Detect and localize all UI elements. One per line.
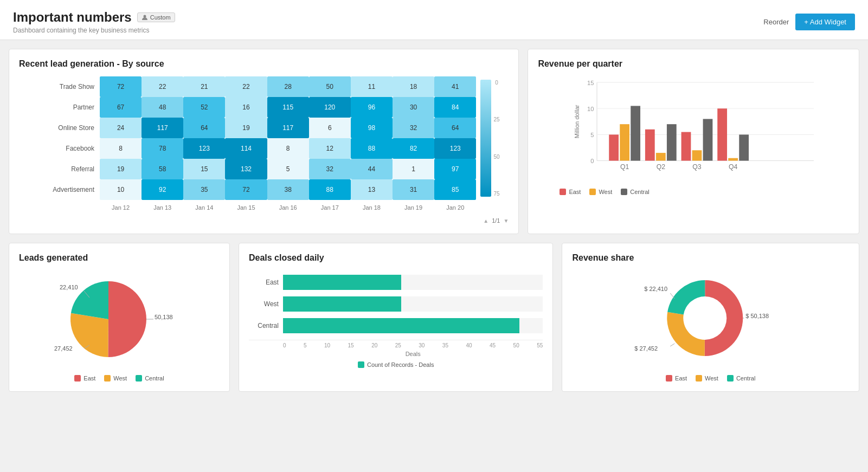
leads-chart-wrapper: 22,41050,13827,452 (19, 270, 220, 370)
svg-text:50,138: 50,138 (155, 314, 173, 320)
legend-item: Central (136, 375, 164, 382)
revenue-quarter-widget: Revenue per quarter 051015Million dollar… (528, 49, 859, 234)
deals-x-tick: 45 (490, 342, 496, 348)
dashboard: Recent lead generation - By source Trade… (0, 40, 868, 400)
revenue-share-legend: EastWestCentral (572, 375, 849, 382)
svg-rect-17 (656, 153, 666, 160)
person-icon (142, 14, 148, 21)
deals-legend-label: Count of Records - Deals (367, 361, 434, 368)
leads-pie-chart: 22,41050,13827,452 (19, 270, 220, 368)
deals-bar-track (283, 296, 543, 312)
page-header: Important numbers Custom Dashboard conta… (0, 0, 868, 40)
revenue-share-widget: Revenue share $ 22,410 $ 50,138 $ 27,452… (562, 243, 859, 392)
svg-text:Q3: Q3 (693, 163, 702, 171)
legend-item: East (666, 375, 687, 382)
deals-bar-row: Central (249, 318, 543, 333)
deals-x-tick: 15 (348, 342, 354, 348)
deals-bars-container: East West Central (249, 270, 543, 333)
deals-x-tick: 35 (442, 342, 448, 348)
revenue-share-title: Revenue share (572, 253, 849, 263)
leads-widget: Leads generated 22,41050,13827,452 EastW… (9, 243, 230, 392)
deals-x-tick: 40 (466, 342, 472, 348)
deals-bar-label: East (249, 279, 279, 286)
svg-text:Million dollar: Million dollar (574, 105, 580, 138)
deals-x-label: Deals (283, 351, 543, 357)
legend-item: West (696, 375, 718, 382)
revenue-bar-chart: 051015Million dollarQ1Q2Q3Q4 (538, 76, 849, 185)
top-row: Recent lead generation - By source Trade… (9, 49, 859, 234)
header-right: Reorder + Add Widget (763, 14, 855, 30)
revenue-share-donut-chart: $ 22,410 $ 50,138 $ 27,452 (572, 270, 849, 368)
deals-x-axis: 0510152025303540455055Deals (249, 340, 543, 357)
deals-bar-label: West (249, 300, 279, 308)
leads-title: Leads generated (19, 253, 220, 263)
deals-chart: East West Central 0510152025303540455055… (249, 270, 543, 368)
revenue-quarter-title: Revenue per quarter (538, 59, 849, 69)
deals-bar-label: Central (249, 322, 279, 329)
deals-x-tick: 30 (419, 342, 425, 348)
svg-text:10: 10 (588, 106, 594, 112)
deals-bar-track (283, 318, 543, 333)
legend-item: Central (727, 375, 755, 382)
legend-item: West (104, 375, 127, 382)
svg-text:5: 5 (591, 132, 594, 138)
svg-text:Q2: Q2 (657, 163, 666, 171)
badge-label: Custom (150, 14, 171, 21)
svg-text:15: 15 (588, 80, 594, 86)
svg-rect-22 (703, 119, 713, 161)
page-title: Important numbers Custom (13, 10, 175, 25)
deals-legend-dot (358, 361, 364, 368)
title-text: Important numbers (13, 10, 132, 25)
revenue-legend: EastWestCentral (538, 189, 849, 195)
svg-rect-14 (631, 106, 641, 160)
svg-rect-12 (609, 134, 619, 160)
svg-text:0: 0 (591, 158, 594, 164)
deals-widget: Deals closed daily East West Central 051… (239, 243, 554, 392)
heatmap-table: Trade Show722221222850111841 0255075 Par… (19, 76, 509, 214)
svg-text:27,452: 27,452 (54, 345, 73, 352)
header-left: Important numbers Custom Dashboard conta… (13, 10, 175, 34)
heatmap-title: Recent lead generation - By source (19, 59, 509, 69)
leads-legend: EastWestCentral (19, 375, 220, 382)
deals-bar-row: West (249, 296, 543, 312)
page-indicator: 1/1 (492, 217, 500, 224)
reorder-button[interactable]: Reorder (763, 18, 789, 26)
svg-text:$ 50,138: $ 50,138 (746, 313, 769, 319)
svg-rect-26 (740, 134, 749, 160)
svg-line-35 (671, 293, 675, 299)
svg-rect-21 (692, 150, 702, 160)
heatmap-container: Trade Show722221222850111841 0255075 Par… (19, 76, 509, 224)
legend-item: East (560, 189, 581, 195)
deals-bar-track (283, 275, 543, 290)
svg-rect-24 (718, 108, 728, 160)
svg-rect-25 (729, 158, 738, 161)
svg-rect-18 (667, 124, 677, 160)
revenue-chart-area: 051015Million dollarQ1Q2Q3Q4 EastWestCen… (538, 76, 849, 201)
deals-legend: Count of Records - Deals (249, 361, 543, 368)
deals-bar-row: East (249, 275, 543, 290)
deals-title: Deals closed daily (249, 253, 543, 263)
deals-legend-item: Count of Records - Deals (358, 361, 434, 368)
svg-text:22,410: 22,410 (60, 284, 78, 290)
legend-item: East (74, 375, 95, 382)
add-widget-button[interactable]: + Add Widget (795, 14, 855, 30)
svg-text:$ 27,452: $ 27,452 (635, 345, 658, 352)
deals-x-tick: 10 (324, 342, 330, 348)
revenue-share-chart-wrapper: $ 22,410 $ 50,138 $ 27,452 (572, 270, 849, 370)
svg-line-39 (671, 344, 675, 346)
svg-rect-16 (645, 130, 655, 161)
legend-item: Central (621, 189, 649, 195)
deals-bar-fill (283, 318, 519, 333)
deals-x-tick: 25 (395, 342, 401, 348)
deals-x-tick: 20 (371, 342, 377, 348)
svg-point-0 (143, 15, 146, 18)
custom-badge[interactable]: Custom (137, 12, 175, 22)
heatmap-widget: Recent lead generation - By source Trade… (9, 49, 519, 234)
deals-x-tick: 0 (283, 342, 286, 348)
svg-text:$ 22,410: $ 22,410 (645, 286, 668, 292)
deals-bar-fill (283, 296, 401, 312)
deals-bar-fill (283, 275, 401, 290)
svg-rect-20 (681, 132, 691, 161)
deals-x-tick: 5 (304, 342, 307, 348)
svg-rect-13 (620, 124, 630, 160)
